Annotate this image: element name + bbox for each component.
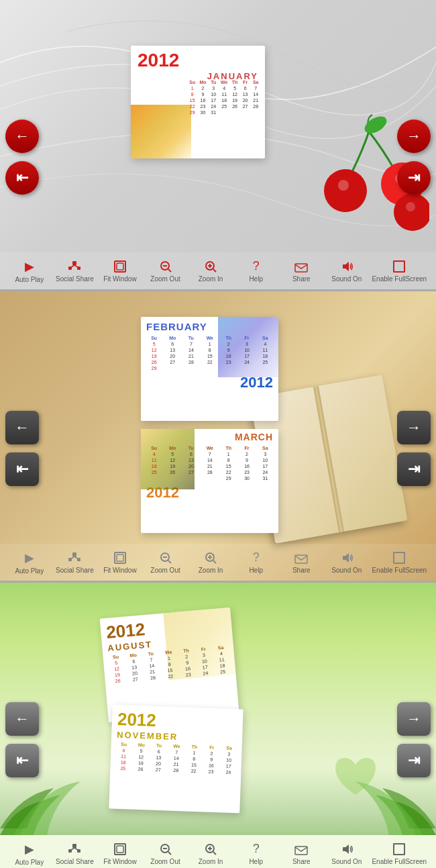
last-icon-3: ⇥ bbox=[408, 752, 420, 769]
last-button-3[interactable]: ⇥ bbox=[397, 744, 431, 777]
svg-rect-40 bbox=[394, 552, 404, 563]
prev-icon-3: ← bbox=[15, 710, 30, 728]
help-button[interactable]: ? Help bbox=[236, 259, 276, 283]
zoom-out-button-3[interactable]: Zoom Out bbox=[146, 842, 186, 865]
fullscreen-label-3: Enable FullScreen bbox=[372, 858, 427, 865]
social-share-label-2: Social Share bbox=[56, 567, 94, 574]
prev-icon-2: ← bbox=[15, 419, 30, 436]
fit-window-button-3[interactable]: Fit Window bbox=[100, 842, 140, 865]
svg-point-0 bbox=[362, 113, 389, 136]
toolbar-1: ▶ Auto Play Social Share Fit Window bbox=[0, 252, 436, 289]
last-button-2[interactable]: ⇥ bbox=[397, 452, 431, 486]
help-button-3[interactable]: ? Help bbox=[236, 842, 276, 865]
first-button[interactable]: ⇤ bbox=[5, 161, 39, 195]
zoom-in-icon-2 bbox=[204, 551, 217, 565]
fit-window-button-2[interactable]: Fit Window bbox=[100, 551, 140, 574]
help-icon-2: ? bbox=[253, 550, 260, 565]
svg-line-20 bbox=[213, 269, 216, 272]
zoom-in-button[interactable]: Zoom In bbox=[190, 260, 231, 283]
flower-decoration bbox=[131, 105, 191, 158]
help-label-3: Help bbox=[249, 858, 263, 865]
zoom-out-button[interactable]: Zoom Out bbox=[146, 260, 186, 283]
share-button-3[interactable]: Share bbox=[281, 842, 321, 865]
last-icon: ⇥ bbox=[408, 169, 420, 187]
share-label-2: Share bbox=[292, 567, 311, 574]
sound-button-3[interactable]: Sound On bbox=[327, 842, 367, 865]
svg-line-37 bbox=[213, 561, 216, 563]
svg-point-1 bbox=[324, 169, 367, 212]
heart-decoration bbox=[329, 751, 382, 805]
fullscreen-label: Enable FullScreen bbox=[372, 275, 427, 283]
prev-button-3[interactable]: ← bbox=[5, 702, 39, 736]
share-button-2[interactable]: Share bbox=[281, 551, 321, 574]
social-share-label-3: Social Share bbox=[56, 858, 94, 865]
fit-window-label: Fit Window bbox=[103, 275, 136, 283]
svg-rect-13 bbox=[117, 263, 123, 270]
autoplay-icon-3: ▶ bbox=[25, 842, 34, 857]
sound-button[interactable]: Sound On bbox=[327, 260, 367, 283]
next-button[interactable]: → bbox=[397, 119, 431, 153]
autoplay-button-3[interactable]: ▶ Auto Play bbox=[9, 842, 50, 866]
share-icon-2 bbox=[294, 551, 308, 565]
social-share-button-2[interactable]: Social Share bbox=[54, 551, 95, 574]
prev-button-2[interactable]: ← bbox=[5, 411, 39, 444]
fit-window-icon bbox=[113, 260, 127, 273]
sound-button-2[interactable]: Sound On bbox=[327, 551, 367, 574]
help-icon: ? bbox=[253, 259, 260, 273]
sound-icon bbox=[340, 260, 353, 273]
sound-icon-2 bbox=[340, 551, 353, 565]
share-button[interactable]: Share bbox=[281, 260, 321, 283]
svg-rect-7 bbox=[72, 261, 76, 265]
svg-rect-21 bbox=[295, 264, 307, 272]
panel-2: FEBRUARY SuMoTuWeThFrSa 5671234 12131489… bbox=[0, 291, 436, 581]
svg-rect-30 bbox=[117, 554, 123, 561]
last-icon-2: ⇥ bbox=[408, 461, 420, 478]
last-button[interactable]: ⇥ bbox=[397, 161, 431, 195]
svg-rect-47 bbox=[117, 846, 123, 853]
fit-window-label-2: Fit Window bbox=[103, 567, 136, 574]
share-icon-3 bbox=[294, 842, 308, 856]
first-button-2[interactable]: ⇤ bbox=[5, 452, 39, 486]
next-button-3[interactable]: → bbox=[397, 702, 431, 736]
svg-rect-57 bbox=[394, 844, 404, 855]
svg-rect-38 bbox=[295, 555, 307, 563]
fullscreen-button-2[interactable]: Enable FullScreen bbox=[372, 551, 427, 574]
zoom-in-label: Zoom In bbox=[199, 275, 223, 283]
zoom-out-button-2[interactable]: Zoom Out bbox=[146, 551, 186, 574]
help-button-2[interactable]: ? Help bbox=[236, 550, 276, 574]
svg-marker-56 bbox=[343, 845, 349, 854]
autoplay-button[interactable]: ▶ Auto Play bbox=[9, 259, 50, 283]
help-icon-3: ? bbox=[253, 842, 260, 856]
calendar-january: 2012 JANUARY SuMoTuWeThFrSa 1234567 8910… bbox=[131, 46, 265, 158]
next-button-2[interactable]: → bbox=[397, 411, 431, 444]
social-share-button-3[interactable]: Social Share bbox=[54, 842, 95, 865]
zoom-in-icon-3 bbox=[204, 842, 217, 856]
sound-label: Sound On bbox=[331, 275, 362, 283]
zoom-in-button-3[interactable]: Zoom In bbox=[190, 842, 231, 865]
fullscreen-button-3[interactable]: Enable FullScreen bbox=[372, 842, 427, 865]
first-icon-2: ⇤ bbox=[16, 461, 28, 478]
toolbar-3: ▶ Auto Play Social Share Fit Window bbox=[0, 835, 436, 868]
zoom-in-button-2[interactable]: Zoom In bbox=[190, 551, 231, 574]
next-icon-3: → bbox=[406, 710, 421, 728]
next-icon: → bbox=[406, 128, 421, 145]
svg-line-33 bbox=[168, 561, 171, 563]
cal-mar-month: MARCH bbox=[141, 429, 278, 444]
svg-line-16 bbox=[168, 269, 171, 272]
zoom-out-icon-3 bbox=[159, 842, 172, 856]
help-label: Help bbox=[249, 275, 263, 283]
prev-button[interactable]: ← bbox=[5, 119, 39, 153]
autoplay-button-2[interactable]: ▶ Auto Play bbox=[9, 550, 50, 575]
fullscreen-icon-2 bbox=[392, 551, 406, 565]
fit-window-label-3: Fit Window bbox=[103, 858, 136, 865]
svg-marker-39 bbox=[343, 553, 349, 563]
help-label-2: Help bbox=[249, 567, 263, 574]
social-share-button[interactable]: Social Share bbox=[54, 260, 95, 283]
fit-window-button[interactable]: Fit Window bbox=[100, 260, 140, 283]
calendar-november: 2012 NOVEMBER SuMoTuWeThFrSa 4567123 111… bbox=[109, 705, 243, 814]
svg-rect-41 bbox=[72, 844, 76, 848]
sound-label-2: Sound On bbox=[331, 567, 362, 574]
first-button-3[interactable]: ⇤ bbox=[5, 744, 39, 777]
fullscreen-button[interactable]: Enable FullScreen bbox=[372, 260, 427, 283]
toolbar-2: ▶ Auto Play Social Share Fit Window bbox=[0, 544, 436, 581]
